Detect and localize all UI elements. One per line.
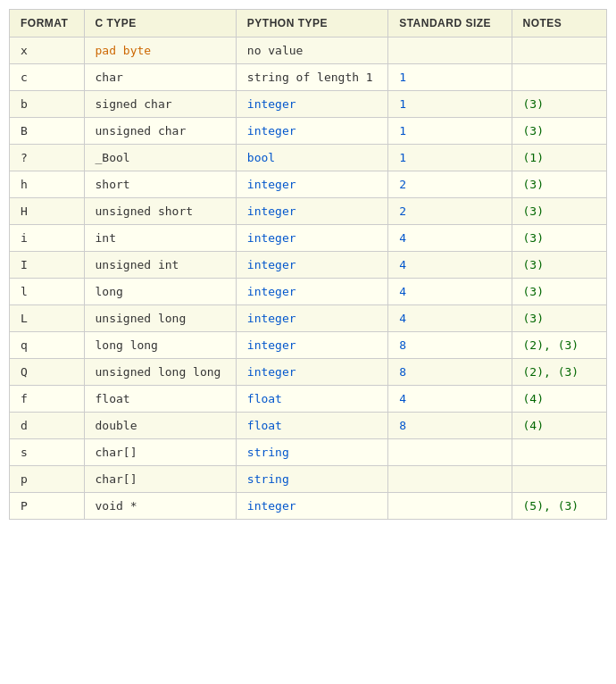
- cell-python: float: [236, 413, 387, 439]
- cell-format: i: [10, 225, 85, 252]
- cell-notes: (3): [512, 279, 606, 305]
- cell-notes: (3): [512, 225, 606, 252]
- cell-notes: [512, 64, 606, 91]
- table-row: Hunsigned shortinteger2(3): [10, 198, 607, 225]
- cell-notes: [512, 38, 606, 64]
- table-row: Lunsigned longinteger4(3): [10, 305, 607, 332]
- cell-ctype: unsigned char: [84, 118, 236, 145]
- cell-ctype: unsigned long long: [84, 359, 236, 386]
- cell-ctype: char[]: [84, 466, 236, 493]
- cell-ctype: unsigned int: [84, 252, 236, 279]
- cell-ctype: long long: [84, 332, 236, 359]
- cell-size: 4: [388, 225, 512, 252]
- table-row: Pvoid *integer(5), (3): [10, 493, 607, 520]
- cell-format: I: [10, 252, 85, 279]
- cell-format: d: [10, 413, 85, 439]
- cell-format: b: [10, 91, 85, 118]
- cell-format: f: [10, 386, 85, 413]
- cell-size: 4: [388, 386, 512, 413]
- cell-notes: (2), (3): [512, 359, 606, 386]
- table-row: ddoublefloat8(4): [10, 413, 607, 439]
- cell-size: 1: [388, 91, 512, 118]
- cell-ctype: void *: [84, 493, 236, 520]
- cell-size: 8: [388, 413, 512, 439]
- cell-ctype: float: [84, 386, 236, 413]
- cell-size: [388, 38, 512, 64]
- cell-format: s: [10, 439, 85, 466]
- cell-format: c: [10, 64, 85, 91]
- cell-notes: (3): [512, 171, 606, 198]
- table-row: ffloatfloat4(4): [10, 386, 607, 413]
- cell-size: 8: [388, 332, 512, 359]
- cell-python: integer: [236, 198, 387, 225]
- cell-size: 4: [388, 279, 512, 305]
- cell-python: string of length 1: [236, 64, 387, 91]
- cell-size: 4: [388, 252, 512, 279]
- table-row: ?_Boolbool1(1): [10, 145, 607, 171]
- header-format: FORMAT: [10, 10, 85, 38]
- cell-format: p: [10, 466, 85, 493]
- header-python: PYTHON TYPE: [236, 10, 387, 38]
- cell-python: integer: [236, 91, 387, 118]
- cell-notes: (2), (3): [512, 332, 606, 359]
- header-size: STANDARD SIZE: [388, 10, 512, 38]
- table-row: ccharstring of length 11: [10, 64, 607, 91]
- table-row: Iunsigned intinteger4(3): [10, 252, 607, 279]
- cell-python: bool: [236, 145, 387, 171]
- cell-python: no value: [236, 38, 387, 64]
- cell-python: integer: [236, 332, 387, 359]
- table-row: iintinteger4(3): [10, 225, 607, 252]
- table-row: hshortinteger2(3): [10, 171, 607, 198]
- cell-ctype: double: [84, 413, 236, 439]
- cell-notes: (1): [512, 145, 606, 171]
- cell-size: [388, 493, 512, 520]
- cell-ctype: unsigned short: [84, 198, 236, 225]
- cell-format: q: [10, 332, 85, 359]
- cell-python: integer: [236, 493, 387, 520]
- cell-format: x: [10, 38, 85, 64]
- cell-size: 4: [388, 305, 512, 332]
- cell-ctype: signed char: [84, 91, 236, 118]
- cell-python: integer: [236, 279, 387, 305]
- cell-ctype: _Bool: [84, 145, 236, 171]
- cell-ctype: pad byte: [84, 38, 236, 64]
- table-row: Qunsigned long longinteger8(2), (3): [10, 359, 607, 386]
- cell-notes: (4): [512, 386, 606, 413]
- cell-size: [388, 466, 512, 493]
- cell-notes: (3): [512, 91, 606, 118]
- cell-notes: (5), (3): [512, 493, 606, 520]
- cell-format: Q: [10, 359, 85, 386]
- cell-format: P: [10, 493, 85, 520]
- cell-ctype: int: [84, 225, 236, 252]
- cell-python: float: [236, 386, 387, 413]
- cell-format: B: [10, 118, 85, 145]
- cell-python: string: [236, 439, 387, 466]
- cell-size: 1: [388, 118, 512, 145]
- cell-format: H: [10, 198, 85, 225]
- cell-ctype: short: [84, 171, 236, 198]
- cell-notes: (3): [512, 198, 606, 225]
- cell-python: integer: [236, 118, 387, 145]
- cell-notes: (3): [512, 305, 606, 332]
- table-row: schar[]string: [10, 439, 607, 466]
- table-row: llonginteger4(3): [10, 279, 607, 305]
- cell-python: integer: [236, 305, 387, 332]
- cell-size: [388, 439, 512, 466]
- table-row: xpad byteno value: [10, 38, 607, 64]
- cell-notes: [512, 466, 606, 493]
- cell-python: string: [236, 466, 387, 493]
- cell-size: 1: [388, 64, 512, 91]
- cell-size: 1: [388, 145, 512, 171]
- table-row: qlong longinteger8(2), (3): [10, 332, 607, 359]
- cell-python: integer: [236, 225, 387, 252]
- cell-notes: (3): [512, 252, 606, 279]
- cell-ctype: long: [84, 279, 236, 305]
- cell-size: 2: [388, 198, 512, 225]
- table-row: Bunsigned charinteger1(3): [10, 118, 607, 145]
- cell-format: l: [10, 279, 85, 305]
- cell-format: ?: [10, 145, 85, 171]
- cell-size: 8: [388, 359, 512, 386]
- cell-python: integer: [236, 359, 387, 386]
- cell-notes: (3): [512, 118, 606, 145]
- cell-format: L: [10, 305, 85, 332]
